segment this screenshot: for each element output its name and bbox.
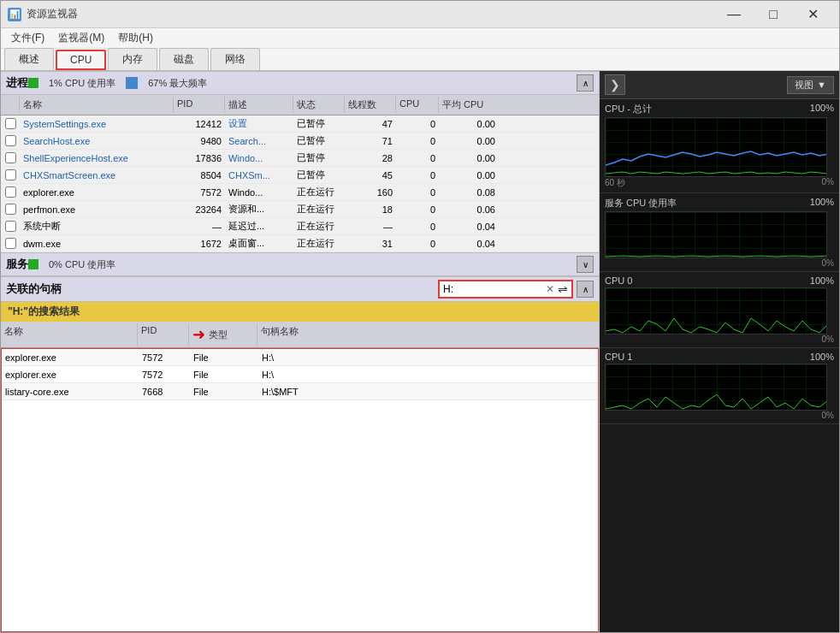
services-section: 服务 0% CPU 使用率 ∨ — [1, 252, 599, 276]
row-checkbox[interactable] — [5, 186, 16, 198]
process-desc: Windo... — [225, 186, 293, 198]
process-cpu: 0 — [396, 118, 439, 130]
close-button[interactable]: ✕ — [793, 1, 832, 28]
process-cpu: 0 — [396, 135, 439, 147]
process-name[interactable]: ShellExperienceHost.exe — [20, 152, 174, 164]
cpu1-label: CPU 1 100% — [605, 352, 834, 362]
tab-memory[interactable]: 内存 — [108, 48, 157, 70]
process-threads: 18 — [345, 204, 396, 216]
time-0pct: 0% — [822, 177, 834, 189]
process-expand-button[interactable]: ∧ — [577, 74, 594, 92]
handle-name: explorer.exe — [2, 352, 139, 364]
col-h-type[interactable]: ➜ 类型 — [189, 323, 257, 346]
row-checkbox[interactable] — [5, 152, 16, 163]
process-pid: 12412 — [174, 118, 225, 130]
process-avg-cpu: 0.04 — [439, 238, 499, 250]
col-name[interactable]: 名称 — [20, 97, 174, 113]
row-checkbox[interactable] — [5, 118, 16, 129]
view-button[interactable]: 视图 ▼ — [787, 76, 834, 94]
process-name[interactable]: SystemSettings.exe — [20, 118, 174, 130]
minimize-button[interactable]: — — [714, 1, 754, 28]
process-name[interactable]: SearchHost.exe — [20, 135, 174, 147]
window-title: 资源监视器 — [27, 7, 714, 21]
process-name[interactable]: dwm.exe — [20, 238, 174, 250]
handles-table-header: 名称 PID ➜ 类型 句柄名称 — [1, 322, 599, 348]
process-name[interactable]: 系统中断 — [20, 219, 174, 234]
row-checkbox[interactable] — [5, 204, 16, 215]
cpu1-graph — [605, 364, 827, 411]
services-expand-button[interactable]: ∨ — [577, 256, 594, 273]
search-result-label: "H:"的搜索结果 — [1, 302, 599, 322]
view-label: 视图 — [795, 79, 813, 92]
cpu-total-label: CPU - 总计 100% — [605, 103, 834, 115]
right-panel: ❯ 视图 ▼ CPU - 总计 100% — [600, 71, 839, 632]
window-controls: — □ ✕ — [714, 1, 832, 28]
cpu-time-label: 60 秒 0% — [605, 177, 834, 189]
maximize-button[interactable]: □ — [754, 1, 793, 28]
col-cpu[interactable]: CPU — [396, 97, 439, 113]
process-freq-status: 67% 最大频率 — [148, 77, 207, 90]
process-name[interactable]: perfmon.exe — [20, 204, 174, 216]
handles-expand-button[interactable]: ∧ — [577, 281, 594, 298]
row-checkbox[interactable] — [5, 169, 16, 180]
tab-network[interactable]: 网络 — [210, 48, 260, 70]
col-h-handle[interactable]: 句柄名称 — [257, 323, 429, 346]
main-content: 进程 1% CPU 使用率 67% 最大频率 ∧ 名称 PID 描述 状态 线程… — [1, 71, 839, 632]
col-h-name[interactable]: 名称 — [1, 323, 138, 346]
service-cpu-percent: 100% — [810, 197, 834, 210]
process-title: 进程 — [6, 75, 28, 91]
search-clear-button[interactable]: ✕ — [546, 283, 554, 295]
cpu1-chart — [606, 364, 827, 411]
process-desc[interactable]: 设置 — [225, 116, 293, 131]
handles-search-box: ✕ ⇌ — [438, 280, 573, 299]
handles-section: 关联的句柄 ✕ ⇌ ∧ "H:"的搜索结果 名称 PID ➜ — [1, 276, 599, 632]
cpu1-title: CPU 1 — [605, 352, 632, 362]
col-pid[interactable]: PID — [174, 97, 225, 113]
service-cpu-label: 服务 CPU 使用率 100% — [605, 197, 834, 210]
cpu-total-graph — [605, 117, 827, 177]
tab-cpu[interactable]: CPU — [56, 50, 106, 70]
service-zero-label: 0% — [605, 258, 834, 268]
cpu0-label: CPU 0 100% — [605, 275, 834, 286]
col-desc[interactable]: 描述 — [225, 97, 293, 113]
process-desc[interactable]: Search... — [225, 135, 293, 147]
menu-monitor[interactable]: 监视器(M) — [51, 29, 111, 47]
tab-overview[interactable]: 概述 — [4, 48, 54, 70]
process-table-header: 名称 PID 描述 状态 线程数 CPU 平均 CPU — [1, 95, 599, 115]
process-avg-cpu: 0.08 — [439, 186, 499, 198]
row-checkbox[interactable] — [5, 135, 16, 146]
main-window: 📊 资源监视器 — □ ✕ 文件(F) 监视器(M) 帮助(H) 概述 CPU … — [0, 0, 840, 633]
search-go-button[interactable]: ⇌ — [558, 282, 568, 296]
col-h-pid[interactable]: PID — [138, 323, 189, 346]
nav-arrow-button[interactable]: ❯ — [605, 74, 625, 95]
title-bar: 📊 资源监视器 — □ ✕ — [1, 1, 839, 28]
process-pid: — — [174, 221, 225, 233]
row-checkbox[interactable] — [5, 221, 16, 232]
menu-help[interactable]: 帮助(H) — [111, 29, 160, 47]
process-name[interactable]: explorer.exe — [20, 186, 174, 198]
row-checkbox[interactable] — [5, 238, 16, 249]
cpu0-zero-label: 0% — [605, 334, 834, 344]
menu-file[interactable]: 文件(F) — [4, 29, 51, 47]
process-state: 正在运行 — [293, 202, 345, 216]
process-desc: 桌面窗... — [225, 236, 293, 251]
process-avg-cpu: 0.00 — [439, 135, 499, 147]
process-desc[interactable]: Windo... — [225, 152, 293, 164]
process-cpu: 0 — [396, 204, 439, 216]
service-cpu-title: 服务 CPU 使用率 — [605, 197, 677, 210]
cpu-total-title: CPU - 总计 — [605, 103, 652, 115]
process-state: 已暂停 — [293, 133, 345, 148]
process-threads: 47 — [345, 118, 396, 130]
process-table-body: SystemSettings.exe 12412 设置 已暂停 47 0 0.0… — [1, 115, 599, 252]
cpu0-chart — [606, 288, 827, 334]
table-row: perfmon.exe 23264 资源和... 正在运行 18 0 0.06 — [1, 201, 599, 218]
col-avg-cpu[interactable]: 平均 CPU — [439, 97, 499, 113]
tab-disk[interactable]: 磁盘 — [159, 48, 209, 70]
process-desc[interactable]: CHXSm... — [225, 169, 293, 181]
col-state[interactable]: 状态 — [293, 97, 345, 113]
table-row: explorer.exe 7572 Windo... 正在运行 160 0 0.… — [1, 184, 599, 201]
handles-search-input[interactable] — [443, 283, 546, 295]
process-name[interactable]: CHXSmartScreen.exe — [20, 169, 174, 181]
col-threads[interactable]: 线程数 — [345, 97, 396, 113]
process-state: 已暂停 — [293, 168, 345, 182]
